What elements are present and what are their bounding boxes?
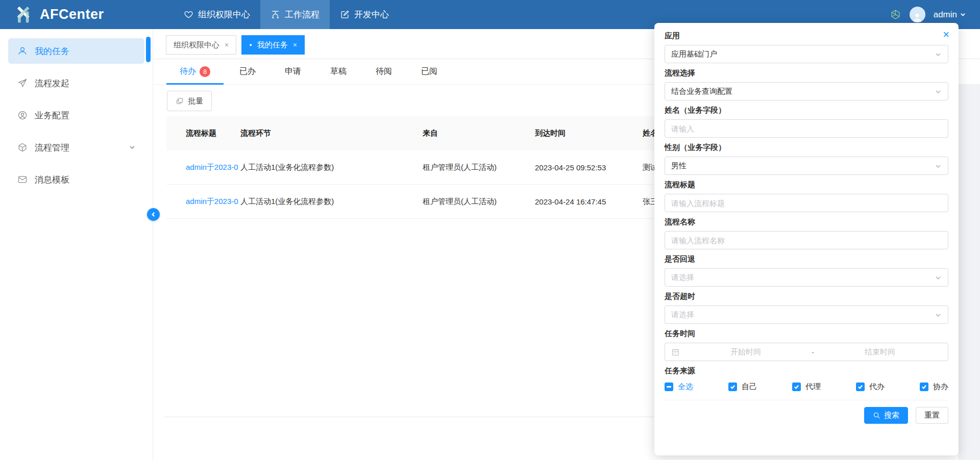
from-cell: 租户管理员(人工活动) [423,197,535,207]
user-avatar[interactable] [910,7,925,22]
subtab-done[interactable]: 已办 [239,59,256,85]
column-header: 流程环节 [240,129,423,138]
sidebar-item-label: 我的任务 [35,45,69,57]
app-title: AFCenter [40,7,104,22]
checkbox-label: 全选 [678,382,693,392]
timeout-select[interactable]: 请选择 [665,305,948,324]
checkbox-checked-icon [792,382,801,391]
checkbox-checked-icon [728,382,737,391]
tab-org-permission[interactable]: 组织权限中心 × [166,35,236,55]
nav-item-dev-center[interactable]: 开发中心 [330,0,399,29]
process-title-link[interactable]: admin于2023-0 [186,197,240,207]
todo-count-badge: 8 [200,66,210,77]
chevron-left-icon [151,212,156,217]
subtab-label: 已阅 [421,66,437,77]
start-time-placeholder[interactable]: 开始时间 [684,347,807,357]
cube-icon [17,142,28,152]
sidebar: 我的任务 流程发起 业务配置 流程管理 消息模板 [0,29,153,460]
close-icon[interactable]: × [225,41,229,49]
checkbox-select-all[interactable]: 全选 [665,382,693,392]
timeout-field-label: 是否超时 [665,292,948,301]
task-source-options: 全选 自己 代理 代办 协办 [665,382,948,392]
search-button[interactable]: 搜索 [864,407,908,424]
rollback-field-label: 是否回退 [665,254,948,264]
sidebar-item-process-mgmt[interactable]: 流程管理 [8,135,144,160]
process-title-link[interactable]: admin于2023-0 [186,163,240,172]
chevron-down-icon [935,274,942,282]
subtab-label: 待阅 [376,66,392,77]
name-input[interactable] [671,124,942,133]
checkbox-proxy[interactable]: 代理 [792,382,821,392]
checkbox-assist[interactable]: 协办 [920,382,948,392]
sidebar-item-message-template[interactable]: 消息模板 [8,167,144,192]
subtab-apply[interactable]: 申请 [285,59,301,85]
process-select[interactable]: 结合业务查询配置 [665,82,948,100]
app-logo: AFCenter [0,6,158,24]
from-cell: 租户管理员(人工活动) [423,163,535,172]
process-title-field-label: 流程标题 [665,180,948,190]
batch-button-label: 批量 [188,96,203,106]
checkbox-delegate[interactable]: 代办 [856,382,885,392]
nav-item-workflow[interactable]: 工作流程 [260,0,330,29]
envelope-icon [17,174,28,185]
subtab-label: 草稿 [330,66,347,77]
username: admin [934,10,957,20]
sidebar-active-indicator [146,37,151,62]
sidebar-item-label: 业务配置 [35,110,69,121]
end-time-placeholder[interactable]: 结束时间 [818,347,942,357]
process-name-field [665,231,948,249]
assistant-icon[interactable] [890,9,901,20]
reset-button[interactable]: 重置 [916,407,948,424]
checkbox-checked-icon [920,382,928,391]
gender-select-value: 男性 [671,161,687,171]
close-icon[interactable]: × [293,41,297,49]
subtab-todo[interactable]: 待办 8 [180,59,210,85]
process-title-input[interactable] [671,199,942,208]
name-field [665,119,948,138]
subtab-read[interactable]: 已阅 [421,59,437,85]
batch-button[interactable]: 批量 [167,91,212,111]
logo-icon [15,6,34,24]
column-header: 到达时间 [535,129,643,138]
heart-icon [184,10,193,19]
checkbox-indeterminate-icon [665,382,673,391]
arrive-time-cell: 2023-04-25 09:52:53 [535,163,643,172]
checkbox-self[interactable]: 自己 [728,382,757,392]
gender-select[interactable]: 男性 [665,157,948,175]
sidebar-item-business-config[interactable]: 业务配置 [8,103,144,128]
nav-item-label: 开发中心 [354,9,389,20]
timeout-select-placeholder: 请选择 [671,310,694,320]
chevron-down-icon [935,88,942,95]
user-menu[interactable]: admin [934,10,966,20]
subtab-draft[interactable]: 草稿 [330,59,347,85]
chevron-down-icon [935,163,942,170]
nav-item-org-permission[interactable]: 组织权限中心 [174,0,260,29]
process-name-input[interactable] [671,236,942,245]
user-icon [17,46,28,56]
search-icon [873,412,880,419]
subtab-label: 待办 [180,66,196,77]
tab-my-tasks[interactable]: ● 我的任务 × [241,35,305,55]
chevron-down-icon [129,144,135,150]
copy-stack-icon [176,97,184,105]
column-header: 来自 [423,129,535,138]
workflow-icon [271,10,280,19]
active-dot-icon: ● [249,43,252,47]
rollback-select[interactable]: 请选择 [665,268,948,287]
gender-field-label: 性别（业务字段） [665,143,948,152]
paper-plane-icon [17,78,28,88]
edit-square-icon [340,10,350,19]
chevron-down-icon [935,312,942,319]
chevron-down-icon [960,12,966,17]
arrive-time-cell: 2023-04-24 16:47:45 [535,197,643,206]
task-time-range-picker[interactable]: 开始时间 - 结束时间 [665,343,948,361]
subtab-to-read[interactable]: 待阅 [376,59,392,85]
app-select-value: 应用基础门户 [671,49,717,59]
process-name-field-label: 流程名称 [665,217,948,227]
app-select[interactable]: 应用基础门户 [665,45,948,63]
sidebar-item-my-tasks[interactable]: 我的任务 [8,38,144,64]
sidebar-item-start-process[interactable]: 流程发起 [8,70,144,96]
tab-label: 组织权限中心 [174,40,219,50]
close-icon[interactable]: × [943,29,949,40]
sidebar-collapse-button[interactable] [147,208,160,221]
